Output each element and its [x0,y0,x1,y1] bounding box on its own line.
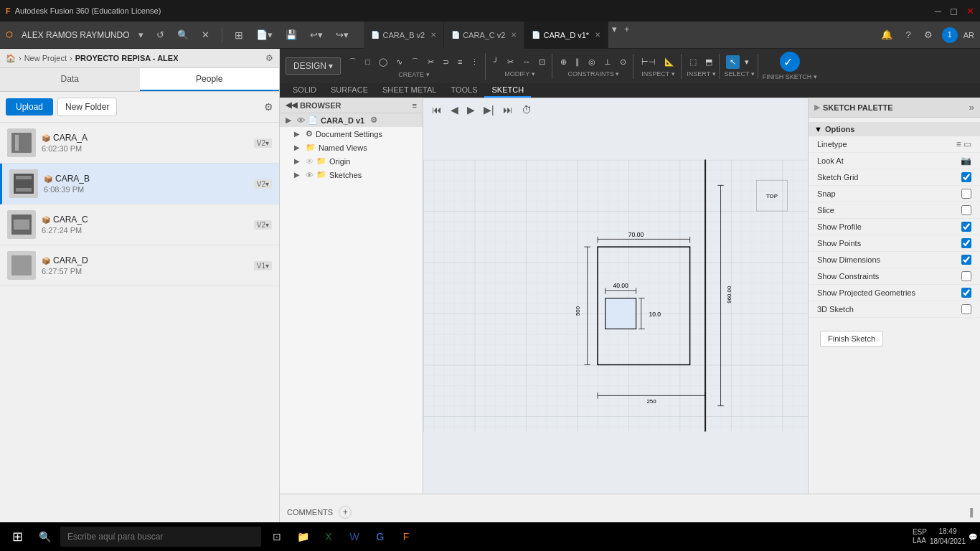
taskbar-search-input[interactable] [60,527,261,547]
tool-extend[interactable]: ↔ [519,55,534,69]
cara-a-version[interactable]: V2▾ [254,138,272,148]
taskbar-search-icon[interactable]: 🔍 [32,522,57,551]
tab-people[interactable]: People [140,68,280,91]
tool-spline[interactable]: ∿ [392,55,406,70]
home-icon[interactable]: 🏠 [6,54,16,63]
browser-named-views-expand[interactable]: ▶ [294,143,303,151]
tab-cara-d-close[interactable]: ✕ [595,31,600,39]
tab-cara-b-close[interactable]: ✕ [430,31,436,39]
tool-dimension[interactable]: ⊢⊣ [638,55,659,69]
browser-root-menu[interactable]: ⚙ [370,116,377,125]
show-profile-checkbox[interactable] [961,222,971,232]
taskbar-file-explorer-icon[interactable]: 📁 [290,522,316,551]
comments-add-button[interactable]: + [339,506,352,519]
tool-insert[interactable]: ⬚ [686,55,700,69]
tool-coincident[interactable]: ⊕ [557,55,570,69]
taskbar-notification-icon[interactable]: 💬 [969,533,977,541]
show-dimensions-checkbox[interactable] [961,255,971,265]
taskbar-excel-icon[interactable]: X [316,522,341,551]
restore-button[interactable]: ◻ [950,6,958,17]
tool-rect[interactable]: □ [362,55,374,70]
new-folder-button[interactable]: New Folder [57,98,117,116]
settings-top-button[interactable]: ⚙ [920,27,936,42]
sync-button[interactable]: ↺ [153,27,168,42]
tool-arc[interactable]: ⌒ [345,55,360,70]
close-panel-button[interactable]: ✕ [198,27,213,42]
panel-settings-button[interactable]: ⚙ [264,101,273,113]
user-dropdown-button[interactable]: ▾ [135,27,147,42]
browser-origin-visibility[interactable]: 👁 [306,157,314,166]
start-button[interactable]: ⊞ [3,522,32,551]
finish-sketch-palette-button[interactable]: Finish Sketch [820,331,883,347]
menu-solid[interactable]: SOLID [286,83,324,98]
tool-insert2[interactable]: ⬒ [702,55,716,69]
notifications-button[interactable]: 🔔 [877,27,896,42]
save-button[interactable]: 💾 [282,27,301,42]
cara-b-version[interactable]: V2▾ [254,179,272,189]
browser-collapse-left[interactable]: ◀◀ [286,100,297,110]
tool-select[interactable]: ↖ [726,55,740,69]
browser-doc-settings-expand[interactable]: ▶ [294,130,303,138]
linetype-button[interactable]: ≡ ▭ [956,139,971,149]
user-avatar[interactable]: 1 [942,27,958,43]
apps-grid-icon[interactable]: ⊞ [231,27,247,43]
breadcrumb-folder[interactable]: PROYECTO REPISA - ALEX [75,54,179,62]
tab-cara-d[interactable]: 📄 CARA_D v1* ✕ [524,22,608,49]
browser-sketches-visibility[interactable]: 👁 [306,171,314,179]
tool-midpoint[interactable]: ⊥ [600,55,615,69]
folder-settings-icon[interactable]: ⚙ [265,53,273,63]
tool-measure[interactable]: 📐 [661,55,678,69]
tool-pattern[interactable]: ⋮ [467,55,482,70]
tab-dropdown-button[interactable]: ▾ [608,22,621,49]
sketch-canvas[interactable]: 70.00 40.00 10.0 500 [423,98,808,494]
show-points-checkbox[interactable] [961,238,971,248]
snap-checkbox[interactable] [961,189,971,199]
taskbar-multitask-button[interactable]: ⊡ [264,522,290,551]
browser-visibility-icon[interactable]: 👁 [297,116,305,125]
browser-root-expand[interactable]: ▶ [286,116,294,124]
taskbar-chrome-icon[interactable]: G [367,522,393,551]
undo-button[interactable]: ↩▾ [306,27,326,42]
menu-sheet-metal[interactable]: SHEET METAL [375,83,443,98]
tool-collinear[interactable]: ∥ [572,55,583,69]
menu-surface[interactable]: SURFACE [324,83,375,98]
close-button[interactable]: ✕ [966,6,974,17]
breadcrumb-project[interactable]: New Project [24,54,67,62]
file-item-cara-b[interactable]: 📦 CARA_B 6:08:39 PM V2▾ [0,164,279,204]
cara-c-version[interactable]: V2▾ [254,220,272,230]
tool-break[interactable]: ⊡ [535,55,549,69]
taskbar-word-icon[interactable]: W [341,522,367,551]
show-constraints-checkbox[interactable] [961,271,971,281]
file-item-cara-d[interactable]: 📦 CARA_D 6:27:57 PM V1▾ [0,245,279,286]
3d-sketch-checkbox[interactable] [961,304,971,314]
look-at-button[interactable]: 📷 [961,156,971,166]
tab-cara-c-close[interactable]: ✕ [511,31,517,39]
tool-select-dropdown[interactable]: ▾ [741,55,753,69]
tab-cara-c[interactable]: 📄 CARA_C v2 ✕ [444,22,524,49]
minimize-button[interactable]: ─ [935,6,941,17]
palette-collapse-button[interactable]: » [969,102,974,113]
show-projected-checkbox[interactable] [961,288,971,298]
browser-root-item[interactable]: ▶ 👁 📄 CARA_D v1 ⚙ [280,113,423,127]
tool-circle[interactable]: ◯ [375,55,391,70]
browser-item-named-views[interactable]: ▶ 📁 Named Views [280,141,423,154]
file-item-cara-a[interactable]: 📦 CARA_A 6:02:30 PM V2▾ [0,123,279,164]
browser-origin-expand[interactable]: ▶ [294,157,303,165]
comments-collapse-icon[interactable]: ▐ [967,508,973,517]
slice-checkbox[interactable] [961,205,971,215]
menu-sketch[interactable]: SKETCH [484,83,531,98]
tool-concentric[interactable]: ◎ [585,55,599,69]
sketch-grid-checkbox[interactable] [961,172,971,182]
tool-mirror[interactable]: ≡ [454,55,466,70]
cara-d-version[interactable]: V1▾ [254,261,272,270]
design-dropdown-button[interactable]: DESIGN ▾ [286,57,341,75]
redo-button[interactable]: ↪▾ [332,27,352,42]
tool-trim2[interactable]: ✂ [504,55,517,69]
palette-options-header[interactable]: ▼ Options [809,122,980,136]
tool-curve[interactable]: ⌒ [407,55,423,70]
file-item-cara-c[interactable]: 📦 CARA_C 6:27:24 PM V2▾ [0,204,279,245]
browser-item-doc-settings[interactable]: ▶ ⚙ Document Settings [280,127,423,141]
tool-trim[interactable]: ✂ [424,55,438,70]
help-button[interactable]: ? [902,27,914,42]
tab-cara-b[interactable]: 📄 CARA_B v2 ✕ [364,22,444,49]
